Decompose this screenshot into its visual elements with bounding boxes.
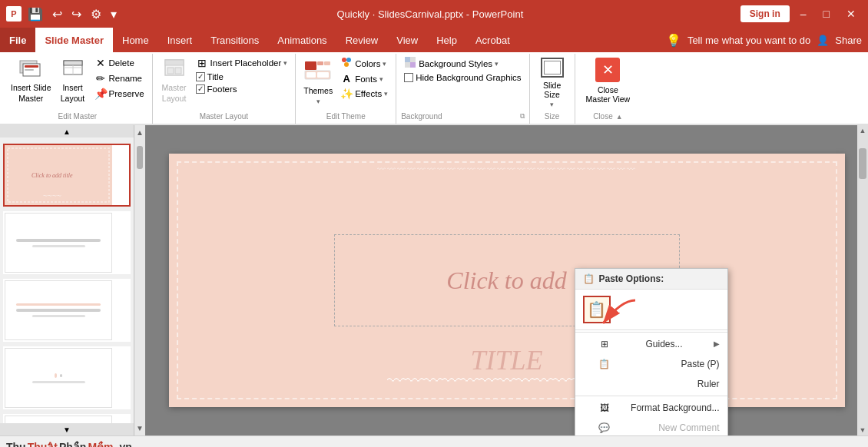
rename-button[interactable]: ✏ Rename [91, 71, 147, 86]
left-scrollbar[interactable]: ▲ ▼ [134, 125, 145, 435]
edit-theme-label: Edit Theme [300, 111, 391, 122]
slide-thumb-1[interactable]: Click to add title 〜〜〜〜 [3, 144, 131, 207]
click-to-add-text: Click to add [446, 267, 566, 295]
ctx-separator-2 [575, 396, 727, 396]
menu-item-review[interactable]: Review [336, 28, 388, 52]
title-checkbox[interactable]: ✓ [196, 72, 205, 81]
menu-item-home[interactable]: Home [113, 28, 158, 52]
menu-right: 💡 Tell me what you want to do 👤 Share [666, 28, 868, 52]
footers-checkbox-row[interactable]: ✓ Footers [193, 83, 291, 95]
scroll-up-button[interactable]: ▲ [0, 125, 134, 137]
insert-layout-button[interactable]: InsertLayout [56, 55, 90, 106]
undo-button[interactable]: ↩ [49, 5, 65, 23]
menu-item-insert[interactable]: Insert [158, 28, 202, 52]
minimize-button[interactable]: – [794, 6, 813, 22]
menu-item-view[interactable]: View [387, 28, 427, 52]
slide-thumb-4[interactable] [3, 346, 131, 409]
close-master-view-label: CloseMaster View [586, 85, 631, 104]
redo-button[interactable]: ↪ [68, 5, 84, 23]
slide-size-label: SlideSize [543, 81, 561, 99]
master-layout-stack: ⊞ Insert Placeholder ▾ ✓ Title ✓ [193, 55, 291, 95]
master-layout-button[interactable]: MasterLayout [157, 55, 191, 106]
menu-item-help[interactable]: Help [427, 28, 466, 52]
menu-bar: File Slide Master Home Insert Transition… [0, 28, 868, 52]
context-menu-header: 📋 Paste Options: [575, 269, 727, 290]
preserve-label: Preserve [109, 89, 144, 98]
canvas-scroll-up[interactable]: ▲ [858, 125, 868, 136]
svg-rect-13 [317, 61, 323, 65]
collapse-ribbon-icon[interactable]: ▲ [616, 113, 623, 121]
scrollbar-track[interactable] [136, 138, 144, 422]
format-bg-icon: 🖼 [598, 402, 611, 413]
edit-master-content: Insert SlideMaster InsertLayout [8, 55, 147, 111]
customize-button[interactable]: ⚙ [88, 5, 104, 23]
effects-button[interactable]: ✨ Effects ▾ [337, 86, 391, 101]
group-background: Background Styles ▾ Hide Background Grap… [396, 54, 529, 124]
canvas-scroll-down[interactable]: ▼ [858, 425, 868, 435]
tell-me-input[interactable]: Tell me what you want to do [687, 35, 810, 46]
slide-thumb-2[interactable] [3, 211, 131, 274]
group-master-layout: MasterLayout ⊞ Insert Placeholder ▾ ✓ Ti… [153, 54, 297, 124]
background-content: Background Styles ▾ Hide Background Grap… [401, 55, 524, 111]
window-title: Quickly · SlidesCarnival.pptx - PowerPoi… [120, 8, 740, 20]
footers-checkbox[interactable]: ✓ [196, 84, 205, 94]
preserve-button[interactable]: 📌 Preserve [91, 86, 147, 101]
wm-vn: vn [119, 441, 131, 448]
group-close: ✕ CloseMaster View Close ▲ [575, 54, 641, 124]
menu-item-acrobat[interactable]: Acrobat [466, 28, 519, 52]
slide-2-preview [5, 213, 112, 273]
colors-button[interactable]: Colors ▾ [337, 55, 391, 71]
paste-icons-row: 📋 [575, 290, 727, 330]
more-button[interactable]: ▾ [108, 5, 120, 23]
title-bar-left: P 💾 ↩ ↪ ⚙ ▾ [6, 5, 120, 23]
slide-thumb-3[interactable] [3, 279, 131, 342]
insert-slide-master-button[interactable]: Insert SlideMaster [8, 55, 55, 106]
canvas-scrollbar[interactable]: ▲ ▼ [857, 125, 868, 435]
share-label[interactable]: Share [835, 35, 862, 46]
size-label: Size [535, 111, 570, 122]
restore-button[interactable]: □ [817, 6, 836, 22]
menu-item-animations[interactable]: Animations [268, 28, 336, 52]
scrollbar-thumb[interactable] [137, 146, 143, 169]
slide-canvas[interactable]: 〰〰〰〰〰〰〰〰〰〰〰〰〰〰〰〰〰〰〰〰〰〰〰〰〰〰 Click to add … [169, 154, 845, 407]
themes-button[interactable]: Themes ▾ [300, 55, 336, 108]
background-expand-icon[interactable]: ⧉ [520, 112, 525, 121]
delete-button[interactable]: ✕ Delete [91, 55, 147, 71]
wm-thu: Thu [6, 441, 26, 448]
close-button[interactable]: ✕ [840, 6, 862, 22]
wm-dot: . [115, 441, 118, 448]
scroll-down-button[interactable]: ▼ [0, 423, 134, 435]
hide-bg-graphics-row[interactable]: Hide Background Graphics [401, 71, 524, 84]
scrollbar-up-arrow[interactable]: ▲ [134, 127, 145, 138]
save-button[interactable]: 💾 [25, 5, 46, 23]
fonts-button[interactable]: A Fonts ▾ [337, 71, 391, 86]
context-menu-paste[interactable]: 📋 Paste (P) [575, 354, 727, 374]
delete-icon: ✕ [94, 57, 107, 69]
title-checkbox-row[interactable]: ✓ Title [193, 71, 291, 83]
scrollbar-down-arrow[interactable]: ▼ [134, 422, 145, 434]
canvas-area[interactable]: 〰〰〰〰〰〰〰〰〰〰〰〰〰〰〰〰〰〰〰〰〰〰〰〰〰〰 Click to add … [145, 125, 868, 435]
menu-item-slide-master[interactable]: Slide Master [35, 28, 113, 52]
svg-point-18 [342, 58, 346, 62]
menu-item-transitions[interactable]: Transitions [201, 28, 268, 52]
context-menu-ruler[interactable]: Ruler [575, 374, 727, 394]
hide-bg-graphics-checkbox[interactable] [404, 73, 413, 82]
context-menu-format-bg[interactable]: 🖼 Format Background... [575, 398, 727, 418]
fonts-dropdown: ▾ [379, 75, 383, 83]
fonts-icon: A [340, 73, 353, 84]
paste-item-icon: 📋 [598, 359, 611, 369]
slide-size-button[interactable]: SlideSize ▾ [535, 55, 570, 111]
insert-placeholder-button[interactable]: ⊞ Insert Placeholder ▾ [193, 55, 291, 71]
insert-slide-master-icon [18, 58, 43, 82]
sign-in-button[interactable]: Sign in [740, 5, 790, 22]
slide-panel-scroll[interactable]: Click to add title 〜〜〜〜 [0, 137, 134, 423]
lightbulb-icon: 💡 [666, 33, 681, 48]
background-styles-button[interactable]: Background Styles ▾ [401, 55, 524, 71]
background-stack: Background Styles ▾ Hide Background Grap… [401, 55, 524, 84]
menu-item-file[interactable]: File [0, 28, 35, 52]
bottom-bar: ThuThuậtPhầnMềm.vn [0, 435, 868, 447]
close-master-view-icon: ✕ [595, 58, 620, 82]
slide-thumb-5[interactable] [3, 414, 131, 423]
canvas-scroll-thumb[interactable] [859, 148, 866, 179]
close-master-view-button[interactable]: ✕ CloseMaster View [580, 55, 637, 106]
